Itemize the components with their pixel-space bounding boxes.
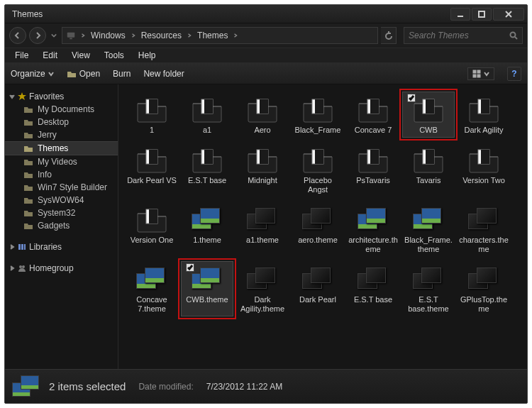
chevron-down-icon (484, 71, 489, 77)
maximize-button[interactable] (472, 8, 492, 21)
folder-icon (134, 204, 170, 234)
folder-item[interactable]: Version One (126, 202, 178, 257)
svg-rect-14 (149, 99, 157, 114)
explorer-window: Themes Windows Resources Themes Search T… (4, 4, 528, 404)
file-grid[interactable]: 1a1AeroBlack_FrameConcave 7CWBDark Agili… (118, 84, 527, 369)
sidebar-item[interactable]: Themes (5, 141, 118, 155)
sidebar-item[interactable]: SysWOW64 (5, 194, 118, 206)
folder-item[interactable]: Placebo Angst (292, 142, 344, 197)
minimize-button[interactable] (450, 8, 470, 21)
folder-item[interactable]: CWB (402, 92, 455, 138)
folder-item[interactable]: Midnight (236, 142, 289, 197)
file-item[interactable]: CWB.theme (181, 261, 233, 316)
folder-item[interactable]: Concave 7 (347, 92, 399, 138)
sidebar-item[interactable]: Desktop (5, 116, 118, 128)
theme-file-icon (245, 204, 280, 234)
svg-rect-28 (149, 150, 157, 164)
forward-button[interactable] (29, 27, 46, 44)
svg-rect-5 (477, 70, 480, 73)
menu-help[interactable]: Help (131, 48, 163, 62)
svg-rect-7 (477, 75, 480, 77)
file-item[interactable]: a1.theme (236, 202, 289, 257)
back-button[interactable] (9, 27, 26, 44)
sidebar-libraries-header[interactable]: Libraries (5, 241, 118, 253)
file-item[interactable]: aero.theme (292, 202, 344, 257)
folder-icon (189, 145, 225, 175)
file-item[interactable]: Black_Frame.theme (402, 202, 455, 257)
svg-point-12 (22, 265, 25, 268)
burn-button[interactable]: Burn (113, 69, 131, 79)
menu-edit[interactable]: Edit (35, 48, 65, 62)
open-button[interactable]: Open (67, 69, 100, 79)
sidebar-favorites-header[interactable]: Favorites (5, 90, 118, 103)
svg-rect-26 (481, 99, 489, 114)
theme-file-icon (134, 264, 170, 294)
sidebar-item[interactable]: Info (5, 168, 118, 181)
refresh-button[interactable] (381, 27, 397, 44)
folder-item[interactable]: Dark Pearl VS (126, 142, 178, 197)
menu-view[interactable]: View (65, 48, 97, 62)
breadcrumb-themes[interactable]: Themes (194, 28, 231, 43)
sidebar-item[interactable]: Win7 Style Builder (5, 181, 118, 194)
theme-file-icon (355, 264, 391, 294)
chevron-right-icon[interactable] (184, 28, 194, 43)
sidebar-item[interactable]: Gadgets (5, 219, 118, 232)
folder-icon (411, 94, 446, 124)
item-label: architecture.theme (348, 236, 398, 254)
chevron-right-icon[interactable] (128, 28, 138, 43)
item-label: Version Two (462, 176, 505, 185)
folder-icon (23, 104, 33, 114)
theme-file-icon (355, 204, 391, 234)
history-dropdown[interactable] (49, 28, 59, 43)
sidebar-homegroup-header[interactable]: Homegroup (5, 262, 118, 275)
file-item[interactable]: architecture.theme (347, 202, 399, 257)
sidebar-item[interactable]: My Documents (5, 103, 118, 116)
organize-button[interactable]: Organize (11, 69, 54, 79)
file-item[interactable]: GPlusTop.theme (458, 261, 510, 316)
menu-tools[interactable]: Tools (97, 48, 131, 62)
file-item[interactable]: Dark Agility.theme (236, 261, 289, 316)
file-item[interactable]: Concave 7.theme (126, 261, 178, 316)
folder-item[interactable]: Version Two (458, 142, 510, 197)
chevron-right-icon[interactable] (231, 28, 240, 43)
folder-icon (23, 157, 33, 167)
folder-icon (23, 170, 33, 180)
menu-file[interactable]: File (8, 48, 35, 62)
folder-item[interactable]: 1 (126, 92, 178, 138)
item-label: Aero (254, 126, 270, 135)
address-bar[interactable]: Windows Resources Themes (62, 27, 378, 44)
svg-rect-38 (426, 150, 434, 164)
folder-item[interactable]: E.S.T base (181, 142, 233, 197)
file-item[interactable]: Dark Pearl (292, 261, 344, 316)
help-button[interactable]: ? (507, 67, 521, 81)
theme-file-icon (189, 204, 225, 234)
file-item[interactable]: characters.theme (458, 202, 510, 257)
folder-item[interactable]: Black_Frame (292, 92, 344, 138)
chevron-right-icon[interactable] (78, 28, 88, 43)
folder-icon (23, 208, 33, 218)
sidebar-item[interactable]: My Videos (5, 155, 118, 168)
close-button[interactable] (493, 8, 524, 21)
folder-item[interactable]: Aero (236, 92, 289, 138)
sidebar-item[interactable]: Jerry (5, 128, 118, 141)
item-label: E.S.T base (188, 176, 226, 185)
search-input[interactable]: Search Themes (404, 27, 523, 44)
breadcrumb-resources[interactable]: Resources (138, 28, 184, 43)
homegroup-icon (18, 264, 26, 272)
title-bar: Themes (5, 5, 527, 23)
folder-item[interactable]: a1 (181, 92, 233, 138)
computer-icon[interactable] (65, 30, 77, 41)
folder-item[interactable]: Tavaris (402, 142, 455, 197)
svg-point-3 (511, 33, 516, 38)
sidebar-item[interactable]: System32 (5, 206, 118, 219)
view-mode-button[interactable] (467, 67, 494, 80)
svg-rect-24 (426, 99, 434, 114)
file-item[interactable]: 1.theme (181, 202, 233, 257)
new-folder-button[interactable]: New folder (143, 69, 184, 79)
file-item[interactable]: E.S.T base (347, 261, 399, 316)
breadcrumb-windows[interactable]: Windows (88, 28, 128, 43)
file-item[interactable]: E.S.T base.theme (402, 261, 455, 316)
svg-rect-9 (21, 244, 23, 250)
folder-item[interactable]: Dark Agility (458, 92, 510, 138)
folder-item[interactable]: PsTavaris (347, 142, 399, 197)
